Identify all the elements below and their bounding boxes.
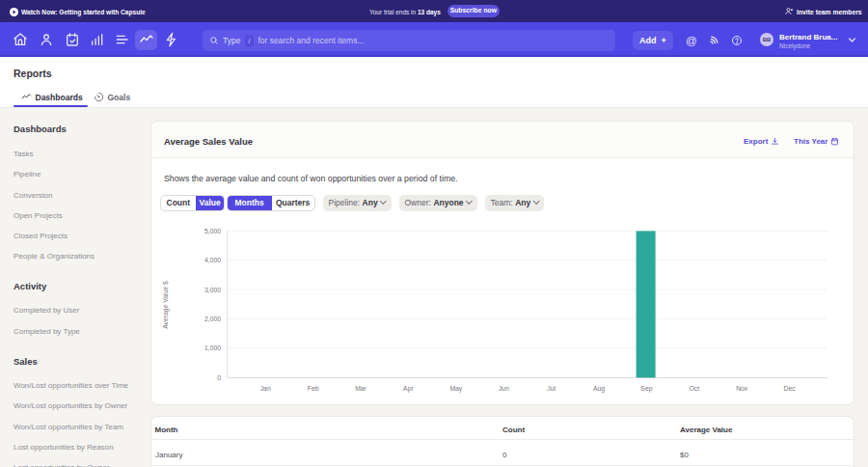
svg-text:Mar: Mar <box>355 385 366 392</box>
svg-text:1,000: 1,000 <box>204 344 221 351</box>
svg-text:May: May <box>449 385 462 393</box>
svg-text:Jul: Jul <box>547 385 556 392</box>
svg-text:Sep: Sep <box>640 385 652 393</box>
svg-text:0: 0 <box>217 374 221 381</box>
svg-text:Aug: Aug <box>593 385 605 393</box>
svg-text:4,000: 4,000 <box>204 257 221 263</box>
svg-text:Feb: Feb <box>308 385 319 392</box>
svg-text:3,000: 3,000 <box>204 287 221 293</box>
svg-text:Dec: Dec <box>784 385 797 392</box>
svg-text:5,000: 5,000 <box>204 228 221 234</box>
svg-text:Jun: Jun <box>499 385 509 392</box>
svg-text:Jan: Jan <box>260 385 271 392</box>
svg-text:Oct: Oct <box>690 385 700 392</box>
svg-text:Apr: Apr <box>403 385 414 393</box>
svg-text:2,000: 2,000 <box>204 316 221 322</box>
svg-text:Nov: Nov <box>736 385 748 392</box>
svg-text:Average Value $: Average Value $ <box>162 281 170 329</box>
